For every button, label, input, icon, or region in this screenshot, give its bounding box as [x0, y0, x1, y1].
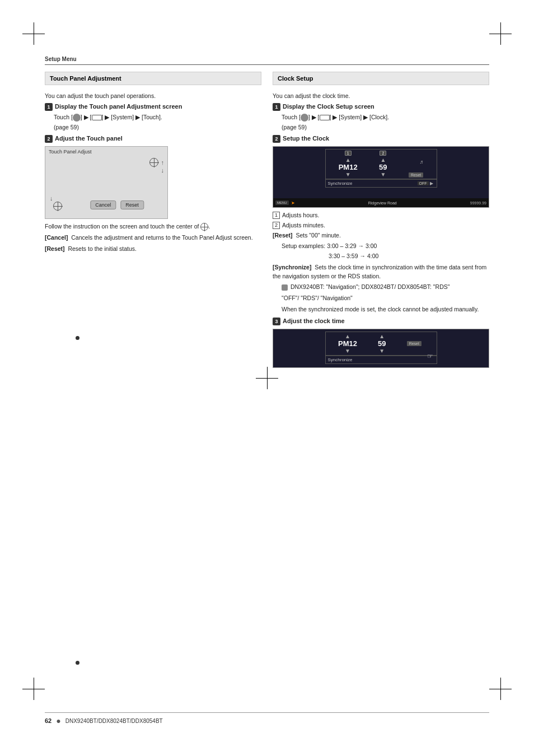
setup-examples-label: Setup examples: 3:00 – 3:29 → 3:00	[282, 242, 489, 251]
reg-mark-bl	[22, 678, 45, 700]
example2: 3:30 – 3:59 → 4:00	[329, 252, 489, 261]
step3-reset-col: Reset	[407, 333, 424, 354]
step3-reset-btn[interactable]: Reset	[407, 341, 421, 346]
step2-title: Adjust the Touch panel	[55, 135, 123, 142]
sync-warning-text: When the synchronized mode is set, the c…	[282, 305, 489, 314]
step3-up-1: ▲	[345, 333, 350, 339]
clock-screen-image: 1 ▲ PM12 ▼ 2 ▲ 59 ▼	[273, 146, 489, 208]
clock-reset-col: ♬ Reset	[409, 151, 423, 178]
clock-setup-section: Clock Setup You can adjust the clock tim…	[273, 72, 489, 375]
touch-panel-intro: You can adjust the touch panel operation…	[45, 92, 261, 101]
clock-icon-area: ♬	[420, 159, 424, 165]
clock-label-1: 1	[345, 151, 352, 156]
reset-desc-text: Resets to the initial status.	[68, 245, 137, 252]
nav-arrow-icon: ➤	[291, 200, 295, 206]
clock-step3-row: ▲ PM12 ▼ ▲ 59 ▼ Reset	[326, 332, 437, 356]
step1-title: Display the Touch panel Adjustment scree…	[55, 103, 182, 110]
touch-panel-section: Touch Panel Adjustment You can adjust th…	[45, 72, 261, 375]
reg-mark-tl	[22, 22, 45, 45]
clock-bullet-2: 2 Adjusts minutes.	[273, 221, 489, 230]
step3-up-2: ▲	[379, 333, 385, 339]
clock-key-reset: [Reset] Sets "00" minute.	[273, 231, 489, 240]
footer-model: DNX9240BT/DDX8024BT/DDX8054BT	[65, 718, 163, 724]
key-cancel: [Cancel]	[45, 234, 68, 241]
clock-col-1: 1 ▲ PM12 ▼	[339, 151, 358, 178]
step3-sync-row: Synchronize	[326, 356, 437, 363]
key-reset-desc: Sets "00" minute.	[296, 232, 340, 239]
follow-text-content: Follow the instruction on the screen and…	[45, 223, 199, 230]
clock-step2-heading: 2 Setup the Clock	[273, 135, 489, 143]
cursor-icon: ☞	[427, 352, 433, 360]
tp-cancel-btn[interactable]: Cancel	[90, 200, 116, 209]
clock-step1-heading: 1 Display the Clock Setup screen	[273, 103, 489, 111]
clock-sync-arrow: ▶	[430, 181, 433, 186]
clock-label-row: 1 ▲ PM12 ▼ 2 ▲ 59 ▼	[326, 150, 437, 179]
clock-setup-body: You can adjust the clock time. 1 Display…	[273, 88, 489, 375]
example1-text: 3:00 – 3:29 → 3:00	[327, 242, 377, 249]
crosshair-sm-bl	[53, 202, 62, 211]
follow-text: Follow the instruction on the screen and…	[45, 222, 261, 231]
cancel-label: Cancel	[95, 202, 111, 208]
clock-step3-title: Adjust the clock time	[283, 318, 345, 324]
clock-col-2: 2 ▲ 59 ▼	[379, 151, 387, 178]
clock-bullet-num-1: 1	[273, 212, 280, 219]
clock-step3-heading: 3 Adjust the clock time	[273, 318, 489, 325]
clock-bullet-text-2: Adjusts minutes.	[282, 221, 325, 230]
clock-sync-label: Synchronize	[328, 181, 418, 186]
key-reset: [Reset]	[45, 245, 65, 252]
touch-panel-step2-heading: 2 Adjust the Touch panel	[45, 135, 261, 143]
tp-side-arrows: ↑ ↓	[161, 159, 165, 174]
cancel-desc-text: Cancels the adjustment and returns to th…	[71, 234, 252, 241]
clock-ui-panel: 1 ▲ PM12 ▼ 2 ▲ 59 ▼	[325, 149, 437, 188]
clock-step1-instruction: Touch [] ▶ [] ▶ [System] ▶ [Clock].	[282, 113, 489, 122]
step1-page-ref: (page 59)	[54, 123, 261, 132]
touch-panel-title: Touch Panel Adjustment	[50, 75, 121, 82]
sync-options-text: "OFF"/ "RDS"/ "Navigation"	[282, 294, 489, 303]
reset-desc: [Reset] Resets to the initial status.	[45, 245, 261, 254]
sync-note-block: DNX9240BT: "Navigation"; DDX8024BT/ DDX8…	[282, 283, 489, 314]
footer-page-num: 62	[45, 717, 51, 724]
clock-intro: You can adjust the clock time.	[273, 92, 489, 101]
tp-crosshair-tr	[149, 158, 158, 167]
clock-bullet-1: 1 Adjusts hours.	[273, 211, 489, 220]
clock-odometer: 99999.99	[470, 201, 486, 205]
step3-down-2: ▼	[379, 348, 385, 354]
clock-label-2: 2	[380, 151, 386, 156]
clock-bullet-num-2: 2	[273, 222, 280, 229]
two-column-layout: Touch Panel Adjustment You can adjust th…	[45, 72, 489, 375]
note-icon	[282, 284, 288, 291]
examples-label-text: Setup examples:	[282, 242, 325, 249]
clock-step1-title: Display the Clock Setup screen	[283, 103, 374, 110]
left-bullet-1	[76, 336, 79, 340]
clock-reset-btn[interactable]: Reset	[409, 172, 423, 178]
clock-status-bar: MENU ➤ Ridgeview Road 99999.99	[273, 198, 489, 207]
clock-up-1: ▲	[345, 157, 351, 163]
touch-panel-box-title: Touch Panel Adjustment	[45, 72, 261, 85]
clock-step3-image: ▲ PM12 ▼ ▲ 59 ▼ Reset	[273, 329, 489, 368]
sync-note-icon-row: DNX9240BT: "Navigation"; DDX8024BT/ DDX8…	[282, 283, 489, 292]
clock-down-2: ▼	[380, 171, 386, 178]
step1-num: 1	[45, 103, 53, 111]
touch-panel-step1-heading: 1 Display the Touch panel Adjustment scr…	[45, 103, 261, 111]
footer-bullet: ●	[56, 716, 60, 725]
clock-sync-val: OFF	[418, 181, 429, 185]
reg-mark-br	[489, 678, 512, 700]
clock-setup-title: Clock Setup	[278, 75, 313, 82]
clock-pm: PM12	[339, 163, 358, 171]
step3-sync-label: Synchronize	[328, 357, 434, 362]
clock-step1-num: 1	[273, 103, 280, 111]
tp-left-arrows: ↓	[50, 195, 53, 202]
page-content: Setup Menu Touch Panel Adjustment You ca…	[45, 56, 489, 700]
clock-setup-box-title: Clock Setup	[273, 72, 489, 85]
tp-screen-title: Touch Panel Adjust	[49, 149, 92, 155]
reset-label: Reset	[125, 202, 139, 208]
tp-reset-btn[interactable]: Reset	[120, 200, 144, 209]
clock-step2-title: Setup the Clock	[283, 135, 329, 142]
example2-text: 3:30 – 3:59 → 4:00	[329, 253, 378, 259]
clock-step3-num: 3	[273, 318, 280, 325]
clock-step3-panel: ▲ PM12 ▼ ▲ 59 ▼ Reset	[325, 332, 437, 364]
step3-col-2: ▲ 59 ▼	[378, 333, 386, 354]
crosshair-sm-tr	[149, 158, 158, 167]
clock-step1-page-ref: (page 59)	[282, 123, 489, 132]
clock-up-2: ▲	[380, 157, 386, 163]
